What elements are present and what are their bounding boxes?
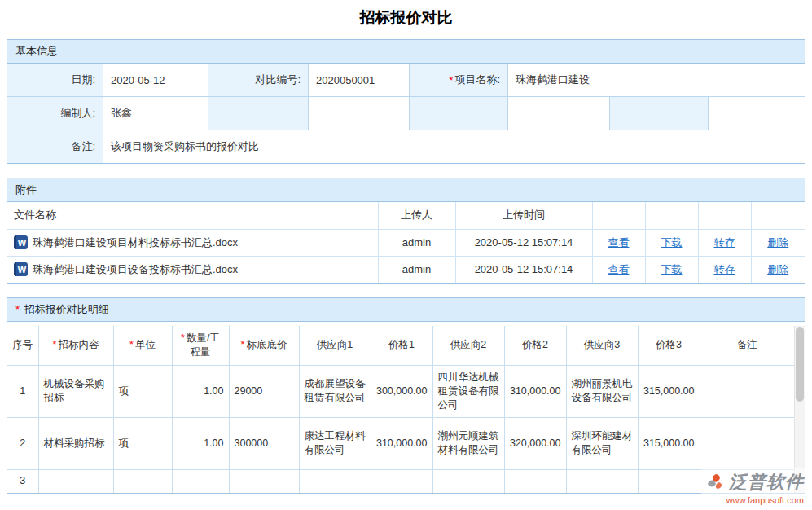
attachment-file-name: 珠海鹤港口建设项目材料投标标书汇总.docx [33, 235, 238, 250]
col-price2: 价格2 [504, 326, 566, 365]
cell-price1: 300,000.00 [371, 365, 432, 417]
view-link[interactable]: 查看 [608, 263, 630, 275]
attachment-upload-time: 2020-05-12 15:07:14 [455, 229, 592, 256]
cell-unit [113, 469, 172, 493]
cell-supplier2: 四川华达机械租赁设备有限公司 [432, 365, 504, 417]
col-uploader: 上传人 [378, 202, 455, 229]
download-link[interactable]: 下载 [661, 263, 683, 275]
attachment-uploader: admin [378, 229, 455, 256]
detail-section-title: 招标报价对比明细 [24, 303, 109, 315]
detail-row: 3 [7, 469, 794, 493]
attachment-upload-time: 2020-05-12 15:07:14 [455, 256, 592, 283]
col-action-download [645, 202, 698, 229]
cell-supplier2 [432, 469, 504, 493]
basic-info-section: 基本信息 日期: 2020-05-12 对比编号: 2020050001 * 项… [7, 39, 805, 164]
fanpu-logo-icon [706, 473, 726, 492]
cell-content [38, 469, 113, 493]
cell-supplier3: 深圳环能建材有限公司 [566, 417, 638, 469]
cell-supplier3 [566, 469, 638, 493]
col-supplier1: 供应商1 [299, 326, 371, 365]
cell-supplier2: 潮州元顺建筑材料有限公司 [432, 417, 504, 469]
col-upload-time: 上传时间 [455, 202, 592, 229]
cell-qty: 1.00 [172, 365, 229, 417]
attachment-file-name: 珠海鹤港口建设项目设备投标标书汇总.docx [33, 262, 238, 277]
attachment-row: W 珠海鹤港口建设项目材料投标标书汇总.docx admin 2020-05-1… [7, 229, 805, 256]
scrollbar-thumb[interactable] [796, 327, 804, 402]
col-content: *招标内容 [38, 326, 113, 365]
cell-remark [700, 365, 794, 417]
watermark-url: www.fanpusoft.com [706, 495, 804, 505]
attachments-table: 文件名称 上传人 上传时间 W 珠海鹤港口建设项目材料投标标书汇总.docx a… [7, 202, 805, 283]
detail-section: * 招标报价对比明细 序号 *招标内容 *单位 *数量/工程量 *标底底价 供应… [7, 297, 805, 494]
cell-no: 1 [7, 365, 38, 417]
date-label: 日期: [7, 64, 103, 96]
word-doc-icon: W [14, 262, 28, 276]
detail-section-header: * 招标报价对比明细 [7, 298, 805, 322]
delete-link[interactable]: 删除 [767, 263, 788, 275]
attachments-section-title: 附件 [15, 183, 37, 196]
cell-unit: 项 [113, 365, 172, 417]
basic-info-grid: 日期: 2020-05-12 对比编号: 2020050001 * 项目名称: … [7, 64, 805, 163]
delete-link[interactable]: 删除 [767, 236, 788, 248]
detail-row: 1 机械设备采购招标 项 1.00 29000 成都展望设备租赁有限公司 300… [7, 365, 794, 417]
cell-supplier1: 康达工程材料有限公司 [299, 417, 371, 469]
col-base-price: *标底底价 [229, 326, 299, 365]
author-label: 编制人: [7, 97, 103, 130]
cell-price2: 320,000.00 [504, 417, 566, 469]
empty-cell [709, 97, 805, 130]
transfer-link[interactable]: 转存 [714, 263, 735, 275]
cell-price1: 310,000.00 [371, 417, 432, 469]
cell-price3: 315,000.00 [638, 417, 700, 469]
page: 招标报价对比 基本信息 日期: 2020-05-12 对比编号: 2020050… [0, 0, 812, 510]
cell-content: 材料采购招标 [38, 417, 113, 469]
basic-info-section-header: 基本信息 [7, 40, 805, 64]
col-unit: *单位 [113, 326, 172, 365]
cell-remark [700, 417, 794, 469]
project-name-value: 珠海鹤港口建设 [508, 64, 805, 96]
empty-cell [508, 97, 609, 130]
cell-no: 2 [7, 417, 38, 469]
cell-content: 机械设备采购招标 [38, 365, 113, 417]
basic-info-section-title: 基本信息 [15, 45, 58, 57]
attachment-uploader: admin [378, 256, 455, 283]
col-action-delete [751, 202, 805, 229]
date-value: 2020-05-12 [103, 64, 208, 96]
word-doc-icon: W [14, 235, 28, 249]
detail-table-wrap: 序号 *招标内容 *单位 *数量/工程量 *标底底价 供应商1 价格1 供应商2… [7, 322, 805, 493]
cell-base-price [229, 469, 299, 493]
compare-no-label: 对比编号: [208, 64, 308, 96]
col-supplier3: 供应商3 [566, 326, 638, 365]
attachment-row: W 珠海鹤港口建设项目设备投标标书汇总.docx admin 2020-05-1… [7, 256, 805, 283]
transfer-link[interactable]: 转存 [714, 236, 735, 248]
col-remark: 备注 [700, 326, 794, 365]
remark-label: 备注: [7, 130, 103, 163]
author-value: 张鑫 [103, 97, 208, 130]
required-asterisk: * [15, 303, 20, 315]
cell-price3: 315,000.00 [638, 365, 700, 417]
view-link[interactable]: 查看 [608, 236, 630, 248]
vendor-watermark: 泛普软件 www.fanpusoft.com [701, 468, 805, 505]
col-action-view [592, 202, 645, 229]
project-name-label: * 项目名称: [410, 64, 507, 96]
cell-qty: 1.00 [172, 417, 229, 469]
attachments-section-header: 附件 [7, 178, 805, 202]
col-file-name: 文件名称 [7, 202, 378, 229]
cell-supplier3: 湖州丽景机电设备有限公司 [566, 365, 638, 417]
col-supplier2: 供应商2 [432, 326, 504, 365]
col-no: 序号 [7, 326, 38, 365]
col-qty: *数量/工程量 [172, 326, 229, 365]
empty-cell [309, 97, 409, 130]
watermark-brand: 泛普软件 [729, 470, 804, 495]
detail-header-row: 序号 *招标内容 *单位 *数量/工程量 *标底底价 供应商1 价格1 供应商2… [7, 326, 794, 365]
empty-cell [208, 97, 308, 130]
cell-price3 [638, 469, 700, 493]
cell-no: 3 [7, 469, 38, 493]
download-link[interactable]: 下载 [661, 236, 683, 248]
cell-base-price: 29000 [229, 365, 299, 417]
detail-row: 2 材料采购招标 项 1.00 300000 康达工程材料有限公司 310,00… [7, 417, 794, 469]
attachments-section: 附件 文件名称 上传人 上传时间 W 珠海鹤港口建设项目材料投标标 [7, 178, 805, 284]
empty-cell [610, 97, 708, 130]
col-price3: 价格3 [638, 326, 700, 365]
cell-price2: 310,000.00 [504, 365, 566, 417]
cell-supplier1 [299, 469, 371, 493]
